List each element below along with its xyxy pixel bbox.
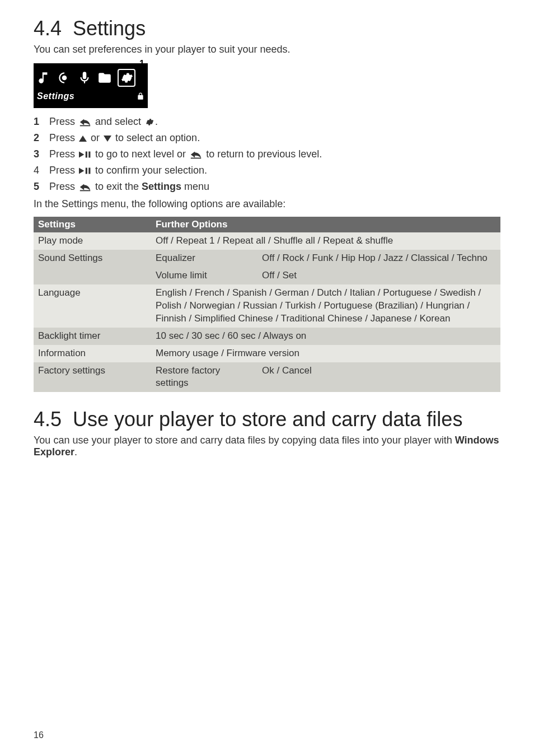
- step-text: Press or to select an option.: [49, 132, 200, 144]
- mic-icon: [77, 71, 92, 85]
- step-item: 4Press to confirm your selection.: [34, 165, 500, 176]
- radio-icon: [57, 71, 72, 85]
- settings-context: In the Settings menu, the following opti…: [34, 198, 500, 210]
- th-further-options: Further Options: [151, 217, 500, 232]
- settings-table: Settings Further Options Play modeOff / …: [34, 217, 500, 392]
- cell-options: Off / Repeat 1 / Repeat all / Shuffle al…: [151, 232, 500, 250]
- svg-rect-6: [88, 168, 90, 174]
- cell-setting: Backlight timer: [34, 328, 151, 345]
- section-name: Settings: [73, 17, 146, 40]
- cell-setting: Language: [34, 284, 151, 328]
- svg-rect-2: [86, 152, 87, 158]
- gear-icon-selected: [118, 69, 135, 87]
- figure-marker-tick: [142, 70, 143, 76]
- table-row: Factory settingsRestore factory settings…: [34, 362, 500, 393]
- cell-sub: Restore factory settings: [151, 362, 257, 393]
- gear-icon: [145, 118, 154, 127]
- step-text: Press to go to next level or to return t…: [49, 148, 322, 160]
- cell-options: English / French / Spanish / German / Du…: [151, 284, 500, 328]
- section-number-2: 4.5: [34, 408, 62, 431]
- cell-sub: Equalizer: [151, 250, 257, 267]
- steps-list: 1Press and select .2Press or to select a…: [34, 116, 500, 193]
- table-row: Play modeOff / Repeat 1 / Repeat all / S…: [34, 232, 500, 250]
- table-row: Backlight timer10 sec / 30 sec / 60 sec …: [34, 328, 500, 345]
- step-item: 2Press or to select an option.: [34, 132, 500, 144]
- section-4-4-title: 4.4 Settings: [34, 17, 500, 40]
- svg-rect-7: [80, 190, 90, 192]
- back-icon: [190, 150, 202, 160]
- figure-marker-1: 1: [139, 59, 144, 69]
- cell-options: Memory usage / Firmware version: [151, 345, 500, 362]
- step-number: 1: [34, 116, 41, 128]
- section-4-5-body: You can use your player to store and car…: [34, 435, 500, 458]
- section-4-5: 4.5 Use your player to store and carry d…: [34, 408, 500, 458]
- play-pause-icon: [79, 167, 91, 175]
- step-number: 2: [34, 132, 41, 144]
- cell-options: 10 sec / 30 sec / 60 sec / Always on: [151, 328, 500, 345]
- table-row: LanguageEnglish / French / Spanish / Ger…: [34, 284, 500, 328]
- svg-point-0: [62, 76, 67, 81]
- cell-options: Off / Set: [257, 267, 500, 284]
- lock-icon: [137, 92, 144, 101]
- page-number: 16: [34, 730, 44, 740]
- back-icon: [79, 117, 91, 127]
- step-item: 5Press to exit the Settings menu: [34, 181, 500, 193]
- step-number: 5: [34, 181, 41, 193]
- table-row: Volume limitOff / Set: [34, 267, 500, 284]
- step-item: 1Press and select .: [34, 116, 500, 128]
- table-row: Sound SettingsEqualizerOff / Rock / Funk…: [34, 250, 500, 267]
- gear-icon: [120, 71, 133, 85]
- table-header-row: Settings Further Options: [34, 217, 500, 232]
- table-row: InformationMemory usage / Firmware versi…: [34, 345, 500, 362]
- cell-options: Ok / Cancel: [257, 362, 500, 393]
- folder-icon: [97, 71, 112, 85]
- step-text: Press and select .: [49, 116, 158, 128]
- step-text: Press to confirm your selection.: [49, 165, 207, 176]
- step-item: 3Press to go to next level or to return …: [34, 148, 500, 160]
- section-4-5-title: 4.5 Use your player to store and carry d…: [34, 408, 500, 431]
- svg-rect-5: [86, 168, 87, 174]
- cell-setting: Play mode: [34, 232, 151, 250]
- th-settings: Settings: [34, 217, 151, 232]
- device-screen: Settings: [34, 63, 148, 108]
- section-4-4-intro: You can set preferences in your player t…: [34, 44, 500, 55]
- svg-rect-4: [191, 158, 201, 159]
- cell-setting: [34, 267, 151, 284]
- section-name-2: Use your player to store and carry data …: [73, 408, 462, 431]
- cell-options: Off / Rock / Funk / Hip Hop / Jazz / Cla…: [257, 250, 500, 267]
- down-triangle-icon: [104, 136, 111, 142]
- step-number: 4: [34, 165, 41, 176]
- music-icon: [37, 71, 51, 85]
- step-number: 3: [34, 148, 41, 160]
- cell-setting: Factory settings: [34, 362, 151, 393]
- cell-setting: Information: [34, 345, 151, 362]
- back-icon: [79, 182, 91, 192]
- cell-setting: Sound Settings: [34, 250, 151, 267]
- step-text: Press to exit the Settings menu: [49, 181, 209, 193]
- up-triangle-icon: [79, 136, 87, 142]
- device-icon-row: [37, 68, 144, 88]
- play-pause-icon: [79, 151, 91, 158]
- device-screenshot: 1 Settings: [34, 63, 148, 108]
- section-number: 4.4: [34, 17, 62, 40]
- device-label-row: Settings: [37, 91, 144, 101]
- svg-rect-3: [88, 152, 90, 158]
- cell-sub: Volume limit: [151, 267, 257, 284]
- device-settings-label: Settings: [37, 91, 74, 101]
- svg-rect-1: [80, 125, 90, 127]
